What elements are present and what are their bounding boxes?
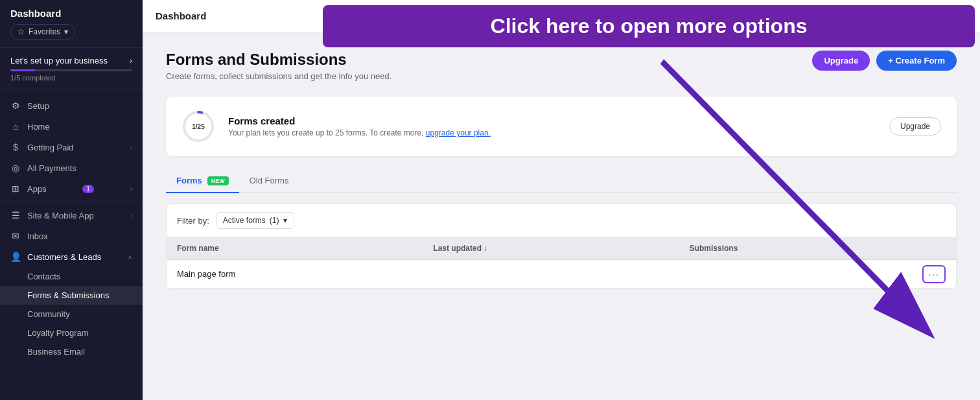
page-subtitle: Create forms, collect submissions and ge… (166, 71, 391, 81)
dollar-icon: $ (10, 142, 21, 152)
table-row: Main page form ··· (167, 260, 956, 288)
tooltip-overlay: Click here to open more options (323, 5, 975, 47)
business-setup-link[interactable]: Let's set up your business › (10, 56, 132, 65)
chevron-down-icon: ▾ (283, 216, 287, 225)
progress-text: 1/5 completed (10, 74, 132, 82)
col-form-name: Form name (177, 244, 433, 253)
chevron-right-icon: › (130, 185, 132, 193)
sidebar-item-all-payments[interactable]: ◎ All Payments (0, 158, 143, 178)
sidebar-item-home[interactable]: ⌂ Home (0, 116, 143, 137)
page-header-text: Forms and Submissions Create forms, coll… (166, 51, 391, 81)
sidebar: Dashboard ☆ Favorites ▾ Let's set up you… (0, 0, 143, 400)
tab-old-forms-label: Old Forms (250, 176, 289, 185)
main-area: Dashboard ? ✕ Click here to open more op… (143, 0, 980, 400)
sidebar-header: Dashboard ☆ Favorites ▾ (0, 0, 143, 48)
sidebar-item-site-mobile[interactable]: ☰ Site & Mobile App › (0, 205, 143, 226)
sidebar-subitem-forms-submissions[interactable]: Forms & Submissions (0, 286, 143, 305)
sidebar-subitem-loyalty-program[interactable]: Loyalty Program (0, 324, 143, 342)
business-email-label: Business Email (27, 347, 85, 357)
sidebar-item-label: Customers & Leads (27, 252, 101, 262)
filter-selected-value: Active forms (223, 216, 266, 225)
page-title: Forms and Submissions (166, 51, 391, 69)
forms-created-desc: Your plan lets you create up to 25 forms… (228, 128, 491, 137)
circle-label: 1/25 (192, 123, 204, 130)
chevron-up-icon: ∧ (128, 253, 132, 261)
forms-created-title: Forms created (228, 115, 491, 126)
tab-old-forms[interactable]: Old Forms (239, 169, 299, 193)
filter-label: Filter by: (177, 216, 209, 226)
form-name-cell: Main page form (177, 269, 433, 279)
tab-forms-label: Forms (176, 176, 202, 185)
business-setup-section: Let's set up your business › 1/5 complet… (0, 48, 143, 90)
payments-icon: ◎ (10, 163, 21, 173)
inbox-icon: ✉ (10, 231, 21, 241)
tab-forms[interactable]: Forms NEW (166, 169, 239, 193)
home-icon: ⌂ (10, 121, 21, 132)
table-header: Form name Last updated ↓ Submissions (167, 237, 956, 260)
chevron-right-icon: › (130, 212, 132, 219)
col-submissions: Submissions (690, 244, 946, 253)
customers-leads-subnav: Contacts Forms & Submissions Community L… (0, 267, 143, 361)
tooltip-text: Click here to open more options (491, 14, 808, 38)
sidebar-item-label: Home (27, 122, 50, 132)
progress-bar-fill (10, 69, 35, 71)
page-content: Forms and Submissions Create forms, coll… (143, 32, 980, 400)
apps-icon: ⊞ (10, 183, 21, 194)
sidebar-subitem-contacts[interactable]: Contacts (0, 267, 143, 286)
create-form-button[interactable]: + Create Form (876, 51, 957, 71)
filter-row: Filter by: Active forms (1) ▾ (166, 204, 957, 237)
community-label: Community (27, 309, 70, 319)
site-icon: ☰ (10, 210, 21, 220)
more-options-button[interactable]: ··· (922, 265, 946, 283)
forms-created-card: 1/25 Forms created Your plan lets you cr… (166, 97, 957, 156)
separator (0, 202, 143, 202)
forms-created-info: Forms created Your plan lets you create … (228, 115, 491, 137)
sidebar-item-getting-paid[interactable]: $ Getting Paid › (0, 137, 143, 158)
sidebar-item-label: Setup (27, 101, 49, 111)
chevron-right-icon: › (130, 144, 132, 151)
sidebar-item-customers-leads[interactable]: 👤 Customers & Leads ∧ (0, 246, 143, 267)
upgrade-button[interactable]: Upgrade (812, 51, 870, 71)
apps-badge: 1 (82, 185, 94, 193)
sidebar-item-apps[interactable]: ⊞ Apps 1 › (0, 178, 143, 199)
contacts-label: Contacts (27, 272, 60, 281)
sidebar-item-label: All Payments (27, 163, 76, 173)
col-last-updated: Last updated ↓ (433, 244, 689, 253)
sidebar-item-label: Inbox (27, 231, 48, 241)
sidebar-title: Dashboard (10, 8, 132, 19)
filter-select[interactable]: Active forms (1) ▾ (216, 212, 294, 229)
chevron-down-icon: ▾ (64, 27, 68, 36)
business-setup-label: Let's set up your business (10, 56, 108, 65)
setup-icon: ⚙ (10, 100, 21, 111)
header-actions: Upgrade + Create Form (812, 51, 957, 71)
loyalty-program-label: Loyalty Program (27, 328, 89, 338)
sidebar-item-setup[interactable]: ⚙ Setup (0, 95, 143, 116)
sidebar-item-label: Apps (27, 184, 47, 194)
favorites-button[interactable]: ☆ Favorites ▾ (10, 24, 75, 40)
sidebar-subitem-business-email[interactable]: Business Email (0, 342, 143, 361)
star-icon: ☆ (18, 27, 25, 36)
customers-icon: 👤 (10, 252, 21, 262)
card-upgrade-button[interactable]: Upgrade (889, 117, 941, 135)
sidebar-item-inbox[interactable]: ✉ Inbox (0, 226, 143, 246)
page-header: Forms and Submissions Create forms, coll… (166, 51, 957, 81)
progress-bar (10, 69, 132, 71)
sidebar-item-label: Getting Paid (27, 143, 74, 152)
tabs-container: Forms NEW Old Forms (166, 169, 957, 193)
sidebar-item-label: Site & Mobile App (27, 211, 94, 220)
favorites-label: Favorites (29, 27, 60, 36)
top-bar-title: Dashboard (156, 10, 206, 21)
sidebar-subitem-community[interactable]: Community (0, 305, 143, 324)
filter-count: (1) (270, 216, 279, 225)
circular-progress: 1/25 (181, 110, 215, 143)
upgrade-link[interactable]: upgrade your plan. (426, 128, 491, 137)
chevron-right-icon: › (130, 56, 132, 65)
forms-table: Form name Last updated ↓ Submissions Mai… (166, 237, 957, 289)
new-badge: NEW (207, 176, 229, 185)
nav-items-list: ⚙ Setup ⌂ Home $ Getting Paid › ◎ All Pa… (0, 90, 143, 400)
forms-submissions-label: Forms & Submissions (27, 290, 109, 300)
